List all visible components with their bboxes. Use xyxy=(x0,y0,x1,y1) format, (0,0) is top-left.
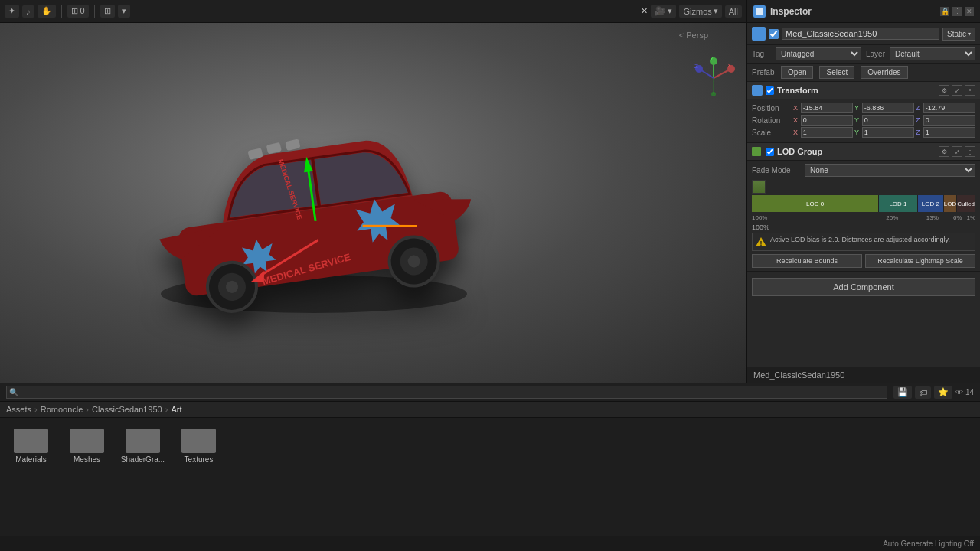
folder-body xyxy=(14,429,48,453)
add-component-btn[interactable]: Add Component xyxy=(752,278,975,296)
lod-calc-row: Recalculate Bounds Recalculate Lightmap … xyxy=(752,254,975,268)
search-bar-container: 🔍 xyxy=(6,386,887,399)
lod2-bar[interactable]: LOD 2 xyxy=(918,195,944,212)
scale-z-input[interactable] xyxy=(923,127,975,138)
prefab-overrides-btn[interactable]: Overrides xyxy=(861,66,907,79)
save-scene-btn[interactable]: 💾 xyxy=(893,386,912,399)
lod3-label: LOD xyxy=(944,201,956,207)
transform-expand-icon[interactable]: ⤢ xyxy=(952,85,962,96)
list-item[interactable]: Materials xyxy=(6,424,56,530)
folder-icon-textures xyxy=(181,424,216,453)
lock-btn[interactable]: 🔒 xyxy=(940,7,949,16)
viewport-background: MEDICAL SERVICE MEDICAL SERVICE xyxy=(0,23,746,383)
rz-label: Z xyxy=(916,116,923,124)
move-tool-btn[interactable]: ✦ xyxy=(5,5,19,18)
tag-select[interactable]: Untagged xyxy=(776,47,861,60)
lod1-bar[interactable]: LOD 1 xyxy=(879,195,918,212)
lod3-bar[interactable]: LOD xyxy=(944,195,958,212)
rotation-label: Rotation xyxy=(752,116,790,125)
position-z-input[interactable] xyxy=(923,103,975,113)
frame-btn[interactable]: ⊞ 0 xyxy=(67,5,89,18)
layer-select[interactable]: Default xyxy=(890,47,975,60)
rotation-x-input[interactable] xyxy=(801,115,853,126)
rotation-row: Rotation X Y Z xyxy=(752,115,975,126)
inspector-title: Inspector xyxy=(770,6,812,17)
lod-more-icon[interactable]: ⋮ xyxy=(965,146,975,157)
grid-btn[interactable]: ⊞ xyxy=(100,5,115,18)
svg-rect-13 xyxy=(266,142,281,155)
breadcrumb-assets[interactable]: Assets xyxy=(6,405,31,414)
lod-settings-icon[interactable]: ⚙ xyxy=(939,146,949,157)
lod1-label: LOD 1 xyxy=(889,201,906,207)
prefab-select-btn[interactable]: Select xyxy=(819,66,854,79)
camera-btn[interactable]: 🎥 ▾ xyxy=(651,5,676,18)
rotation-y-field: Y xyxy=(854,115,914,126)
breadcrumb-romooncle[interactable]: Romooncle xyxy=(41,405,83,414)
recalculate-lightmap-btn[interactable]: Recalculate Lightmap Scale xyxy=(865,254,975,268)
lod-component-header[interactable]: LOD Group ⚙ ⤢ ⋮ xyxy=(747,143,980,161)
position-y-input[interactable] xyxy=(862,103,914,113)
position-x-input[interactable] xyxy=(801,103,853,113)
asset-search-input[interactable] xyxy=(6,386,887,399)
persp-label: < Persp xyxy=(679,31,708,40)
inspector-scroll[interactable]: Static ▾ Tag Untagged Layer Default xyxy=(747,23,980,367)
lod-active-checkbox[interactable] xyxy=(766,148,774,156)
list-item[interactable]: Textures xyxy=(174,424,224,530)
lod-expand-icon[interactable]: ⤢ xyxy=(952,146,962,157)
auto-generate-label: Auto Generate Lighting Off xyxy=(883,540,974,548)
transform-title: Transform xyxy=(777,86,936,95)
breadcrumb: Assets › Romooncle › ClassicSedan1950 › … xyxy=(0,402,980,418)
breadcrumb-classicsedan[interactable]: ClassicSedan1950 xyxy=(92,405,162,414)
bottom-area: 🔍 💾 🏷 ⭐ 👁 14 Assets › Romooncle › Classi… xyxy=(0,383,980,551)
star-btn[interactable]: ⭐ xyxy=(934,386,952,399)
inspector-panel: Inspector 🔒 ⋮ ✕ Static ▾ xyxy=(746,0,980,383)
position-row: Position X Y Z xyxy=(752,103,975,113)
close-icon[interactable]: ✕ xyxy=(965,7,974,16)
extra-btn[interactable]: ▾ xyxy=(118,5,130,18)
breadcrumb-art[interactable]: Art xyxy=(171,405,181,414)
list-item[interactable]: ShaderGra... xyxy=(118,424,168,530)
z-label: Z xyxy=(916,104,923,112)
folder-icon-shadergra xyxy=(126,424,160,453)
inspector-header: Inspector 🔒 ⋮ ✕ xyxy=(747,0,980,23)
object-active-checkbox[interactable] xyxy=(769,29,779,39)
folder-body xyxy=(70,429,104,453)
sz-label: Z xyxy=(916,129,923,136)
rotation-z-input[interactable] xyxy=(923,115,975,126)
transform-more-icon[interactable]: ⋮ xyxy=(965,85,975,96)
filter-btn[interactable]: 🏷 xyxy=(915,386,931,399)
toolbar-sep2 xyxy=(94,5,95,18)
breadcrumb-sep3: › xyxy=(165,405,168,414)
object-name-input[interactable] xyxy=(782,28,939,40)
prefab-open-btn[interactable]: Open xyxy=(781,66,813,79)
audio-btn[interactable]: ♪ xyxy=(22,5,34,18)
rotation-xyz-group: X Y Z xyxy=(793,115,975,126)
hand-btn[interactable]: ✋ xyxy=(38,5,56,18)
list-item[interactable]: Meshes xyxy=(62,424,112,530)
viewport-content[interactable]: MEDICAL SERVICE MEDICAL SERVICE xyxy=(0,23,746,383)
scale-y-input[interactable] xyxy=(862,127,914,138)
rotation-y-input[interactable] xyxy=(862,115,914,126)
lod0-bar[interactable]: LOD 0 xyxy=(752,195,879,212)
recalculate-bounds-btn[interactable]: Recalculate Bounds xyxy=(752,254,862,268)
search-icon: 🔍 xyxy=(9,388,18,396)
gizmos-btn[interactable]: Gizmos ▾ xyxy=(679,5,721,18)
culled-bar[interactable]: Culled xyxy=(957,195,975,212)
more-btn[interactable]: ⋮ xyxy=(952,7,962,16)
folder-body xyxy=(126,429,160,453)
bottom-toolbar: 🔍 💾 🏷 ⭐ 👁 14 xyxy=(0,383,980,402)
static-label: Static xyxy=(947,30,966,38)
scale-x-input[interactable] xyxy=(801,127,853,138)
y-label: Y xyxy=(854,104,861,112)
bottom-status: Auto Generate Lighting Off xyxy=(0,536,980,551)
transform-settings-icon[interactable]: ⚙ xyxy=(939,85,949,96)
transform-active-checkbox[interactable] xyxy=(766,86,774,95)
ry-label: Y xyxy=(854,116,861,124)
lod-fade-select[interactable]: None xyxy=(805,164,975,177)
transform-component-btns: ⚙ ⤢ ⋮ xyxy=(939,85,975,96)
static-button[interactable]: Static ▾ xyxy=(942,28,975,41)
transform-component-header[interactable]: Transform ⚙ ⤢ ⋮ xyxy=(747,82,980,99)
lod-pct-row: 100% 25% 13% 6% 1% xyxy=(752,214,975,221)
tag-label: Tag xyxy=(752,50,771,58)
all-btn[interactable]: All xyxy=(725,5,742,18)
